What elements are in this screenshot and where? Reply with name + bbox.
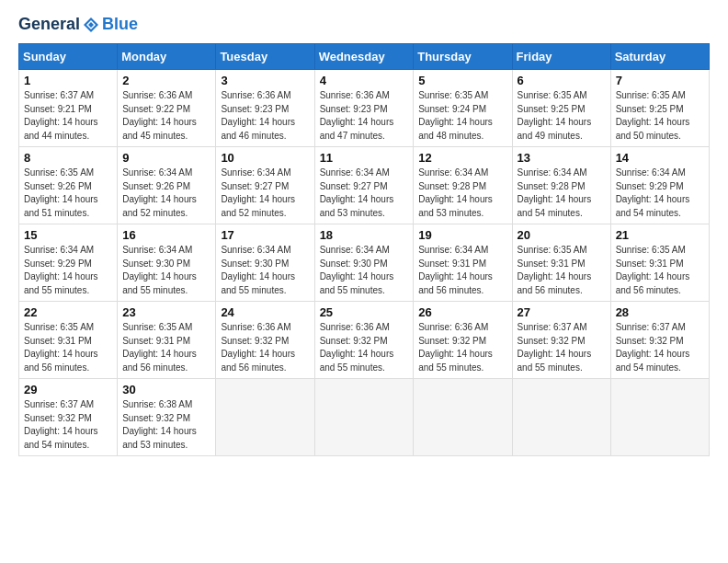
day-info: Sunrise: 6:36 AMSunset: 9:32 PMDaylight:… [320, 321, 409, 374]
empty-cell [610, 379, 709, 456]
day-number: 16 [122, 228, 210, 242]
calendar-day-cell: 19Sunrise: 6:34 AMSunset: 9:31 PMDayligh… [414, 224, 512, 302]
day-header-thursday: Thursday [414, 44, 512, 70]
day-number: 14 [616, 151, 704, 165]
day-info: Sunrise: 6:35 AMSunset: 9:31 PMDaylight:… [616, 244, 704, 297]
logo-blue-text: Blue [102, 15, 138, 34]
day-info: Sunrise: 6:37 AMSunset: 9:32 PMDaylight:… [616, 321, 704, 374]
day-info: Sunrise: 6:36 AMSunset: 9:32 PMDaylight:… [221, 321, 309, 374]
day-info: Sunrise: 6:35 AMSunset: 9:25 PMDaylight:… [616, 89, 704, 143]
calendar-day-cell: 18Sunrise: 6:34 AMSunset: 9:30 PMDayligh… [314, 224, 414, 302]
day-info: Sunrise: 6:38 AMSunset: 9:32 PMDaylight:… [122, 398, 210, 452]
calendar-day-cell: 10Sunrise: 6:34 AMSunset: 9:27 PMDayligh… [216, 147, 314, 224]
day-header-monday: Monday [118, 44, 216, 70]
day-header-sunday: Sunday [19, 44, 118, 70]
day-info: Sunrise: 6:36 AMSunset: 9:32 PMDaylight:… [418, 321, 506, 374]
calendar-day-cell: 25Sunrise: 6:36 AMSunset: 9:32 PMDayligh… [314, 302, 414, 379]
calendar-day-cell: 9Sunrise: 6:34 AMSunset: 9:26 PMDaylight… [118, 147, 216, 224]
day-info: Sunrise: 6:36 AMSunset: 9:22 PMDaylight:… [122, 89, 210, 143]
day-number: 21 [616, 228, 704, 242]
day-info: Sunrise: 6:37 AMSunset: 9:21 PMDaylight:… [24, 89, 112, 143]
page: General Blue SundayMondayTuesdayWednesda… [0, 0, 728, 563]
day-info: Sunrise: 6:35 AMSunset: 9:26 PMDaylight:… [24, 167, 112, 220]
day-header-wednesday: Wednesday [314, 44, 414, 70]
day-number: 25 [320, 305, 409, 319]
calendar-day-cell: 14Sunrise: 6:34 AMSunset: 9:29 PMDayligh… [610, 147, 709, 224]
calendar-week-row: 29Sunrise: 6:37 AMSunset: 9:32 PMDayligh… [19, 379, 710, 456]
day-info: Sunrise: 6:34 AMSunset: 9:26 PMDaylight:… [122, 167, 210, 220]
calendar-day-cell: 2Sunrise: 6:36 AMSunset: 9:22 PMDaylight… [118, 70, 216, 147]
calendar-day-cell: 29Sunrise: 6:37 AMSunset: 9:32 PMDayligh… [19, 379, 118, 456]
day-info: Sunrise: 6:37 AMSunset: 9:32 PMDaylight:… [518, 321, 606, 374]
day-number: 9 [122, 151, 210, 165]
calendar-week-row: 15Sunrise: 6:34 AMSunset: 9:29 PMDayligh… [19, 224, 710, 302]
day-info: Sunrise: 6:35 AMSunset: 9:24 PMDaylight:… [418, 89, 506, 143]
calendar-day-cell: 21Sunrise: 6:35 AMSunset: 9:31 PMDayligh… [610, 224, 709, 302]
calendar-day-cell: 28Sunrise: 6:37 AMSunset: 9:32 PMDayligh… [610, 302, 709, 379]
day-number: 15 [24, 228, 112, 242]
empty-cell [512, 379, 610, 456]
day-number: 19 [418, 228, 506, 242]
day-number: 22 [24, 305, 112, 319]
day-info: Sunrise: 6:34 AMSunset: 9:28 PMDaylight:… [418, 167, 506, 220]
calendar-day-cell: 3Sunrise: 6:36 AMSunset: 9:23 PMDaylight… [216, 70, 314, 147]
day-info: Sunrise: 6:34 AMSunset: 9:27 PMDaylight:… [320, 167, 409, 220]
day-info: Sunrise: 6:34 AMSunset: 9:29 PMDaylight:… [616, 167, 704, 220]
day-number: 13 [518, 151, 606, 165]
calendar-day-cell: 5Sunrise: 6:35 AMSunset: 9:24 PMDaylight… [414, 70, 512, 147]
day-info: Sunrise: 6:36 AMSunset: 9:23 PMDaylight:… [320, 89, 409, 143]
calendar-day-cell: 13Sunrise: 6:34 AMSunset: 9:28 PMDayligh… [512, 147, 610, 224]
day-number: 26 [418, 305, 506, 319]
calendar-day-cell: 26Sunrise: 6:36 AMSunset: 9:32 PMDayligh… [414, 302, 512, 379]
calendar-week-row: 22Sunrise: 6:35 AMSunset: 9:31 PMDayligh… [19, 302, 710, 379]
calendar-day-cell: 7Sunrise: 6:35 AMSunset: 9:25 PMDaylight… [610, 70, 709, 147]
day-number: 17 [221, 228, 309, 242]
calendar-day-cell: 20Sunrise: 6:35 AMSunset: 9:31 PMDayligh… [512, 224, 610, 302]
calendar-day-cell: 22Sunrise: 6:35 AMSunset: 9:31 PMDayligh… [19, 302, 118, 379]
calendar-day-cell: 1Sunrise: 6:37 AMSunset: 9:21 PMDaylight… [19, 70, 118, 147]
calendar-day-cell: 4Sunrise: 6:36 AMSunset: 9:23 PMDaylight… [314, 70, 414, 147]
day-number: 3 [221, 74, 309, 87]
day-info: Sunrise: 6:35 AMSunset: 9:31 PMDaylight:… [24, 321, 112, 374]
day-number: 10 [221, 151, 309, 165]
day-number: 24 [221, 305, 309, 319]
empty-cell [414, 379, 512, 456]
day-info: Sunrise: 6:34 AMSunset: 9:30 PMDaylight:… [221, 244, 309, 297]
calendar-day-cell: 12Sunrise: 6:34 AMSunset: 9:28 PMDayligh… [414, 147, 512, 224]
calendar-day-cell: 23Sunrise: 6:35 AMSunset: 9:31 PMDayligh… [118, 302, 216, 379]
day-header-saturday: Saturday [610, 44, 709, 70]
calendar-day-cell: 24Sunrise: 6:36 AMSunset: 9:32 PMDayligh… [216, 302, 314, 379]
day-info: Sunrise: 6:35 AMSunset: 9:25 PMDaylight:… [518, 89, 606, 143]
calendar-day-cell: 30Sunrise: 6:38 AMSunset: 9:32 PMDayligh… [118, 379, 216, 456]
day-number: 5 [418, 74, 506, 87]
day-info: Sunrise: 6:36 AMSunset: 9:23 PMDaylight:… [221, 89, 309, 143]
day-number: 12 [418, 151, 506, 165]
calendar-table: SundayMondayTuesdayWednesdayThursdayFrid… [18, 43, 710, 456]
day-number: 4 [320, 74, 409, 87]
logo: General Blue [18, 15, 138, 34]
day-number: 8 [24, 151, 112, 165]
day-info: Sunrise: 6:35 AMSunset: 9:31 PMDaylight:… [518, 244, 606, 297]
empty-cell [314, 379, 414, 456]
day-number: 30 [122, 383, 210, 396]
empty-cell [216, 379, 314, 456]
calendar-week-row: 1Sunrise: 6:37 AMSunset: 9:21 PMDaylight… [19, 70, 710, 147]
day-info: Sunrise: 6:34 AMSunset: 9:27 PMDaylight:… [221, 167, 309, 220]
day-number: 29 [24, 383, 112, 396]
day-number: 7 [616, 74, 704, 87]
day-number: 2 [122, 74, 210, 87]
logo-general-text: General [18, 15, 80, 34]
day-info: Sunrise: 6:34 AMSunset: 9:30 PMDaylight:… [122, 244, 210, 297]
day-number: 1 [24, 74, 112, 87]
day-info: Sunrise: 6:37 AMSunset: 9:32 PMDaylight:… [24, 398, 112, 452]
day-number: 28 [616, 305, 704, 319]
calendar-day-cell: 11Sunrise: 6:34 AMSunset: 9:27 PMDayligh… [314, 147, 414, 224]
day-number: 23 [122, 305, 210, 319]
calendar-day-cell: 16Sunrise: 6:34 AMSunset: 9:30 PMDayligh… [118, 224, 216, 302]
day-number: 6 [518, 74, 606, 87]
day-header-friday: Friday [512, 44, 610, 70]
day-info: Sunrise: 6:34 AMSunset: 9:31 PMDaylight:… [418, 244, 506, 297]
day-info: Sunrise: 6:34 AMSunset: 9:30 PMDaylight:… [320, 244, 409, 297]
day-number: 27 [518, 305, 606, 319]
day-info: Sunrise: 6:34 AMSunset: 9:28 PMDaylight:… [518, 167, 606, 220]
